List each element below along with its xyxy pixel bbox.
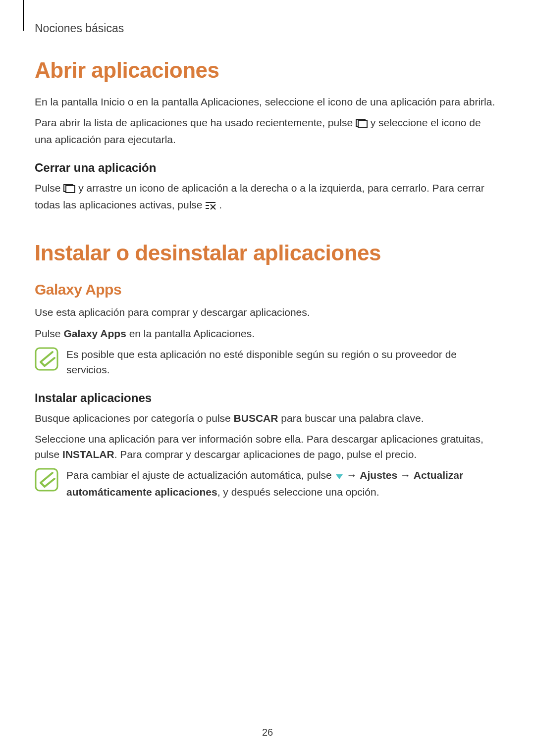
svg-rect-3 bbox=[66, 186, 75, 193]
heading-galaxy-apps: Galaxy Apps bbox=[35, 281, 500, 298]
dropdown-triangle-icon bbox=[335, 469, 344, 484]
bold-text: BUSCAR bbox=[234, 412, 278, 424]
heading-cerrar-aplicacion: Cerrar una aplicación bbox=[35, 161, 500, 175]
text-fragment: . Para comprar y descargar aplicaciones … bbox=[114, 449, 417, 460]
paragraph: Pulse Galaxy Apps en la pantalla Aplicac… bbox=[35, 326, 500, 341]
page-number: 26 bbox=[0, 727, 535, 738]
paragraph: Use esta aplicación para comprar y desca… bbox=[35, 305, 500, 320]
text-fragment: Pulse bbox=[35, 328, 63, 339]
close-all-icon bbox=[205, 199, 216, 214]
text-fragment: Para cambiar el ajuste de actualización … bbox=[66, 469, 335, 481]
bold-text: Galaxy Apps bbox=[63, 328, 126, 339]
note-block: Es posible que esta aplicación no esté d… bbox=[35, 347, 500, 377]
paragraph: Busque aplicaciones por categoría o puls… bbox=[35, 411, 500, 426]
text-fragment: Para abrir la lista de aplicaciones que … bbox=[35, 117, 356, 128]
text-fragment: Busque aplicaciones por categoría o puls… bbox=[35, 412, 234, 424]
text-fragment: . bbox=[219, 199, 222, 210]
text-fragment: , y después seleccione una opción. bbox=[217, 486, 379, 498]
recent-apps-icon bbox=[63, 182, 75, 197]
heading-instalar-desinstalar: Instalar o desinstalar aplicaciones bbox=[35, 241, 500, 265]
text-fragment: para buscar una palabra clave. bbox=[278, 412, 424, 424]
chapter-title: Nociones básicas bbox=[35, 22, 500, 35]
page: Nociones básicas Abrir aplicaciones En l… bbox=[0, 0, 535, 756]
text-fragment: → bbox=[346, 469, 360, 481]
svg-marker-11 bbox=[336, 474, 343, 479]
heading-abrir-aplicaciones: Abrir aplicaciones bbox=[35, 58, 500, 83]
note-icon bbox=[35, 468, 58, 494]
note-text: Es posible que esta aplicación no esté d… bbox=[66, 347, 500, 377]
note-text: Para cambiar el ajuste de actualización … bbox=[66, 468, 500, 500]
text-fragment: Pulse bbox=[35, 182, 63, 194]
bold-text: Ajustes bbox=[360, 469, 397, 481]
spacer bbox=[35, 220, 500, 241]
paragraph: En la pantalla Inicio o en la pantalla A… bbox=[35, 95, 500, 109]
svg-rect-1 bbox=[358, 120, 367, 127]
text-fragment: y arrastre un icono de aplicación a la d… bbox=[35, 182, 484, 210]
text-fragment: → bbox=[397, 469, 414, 481]
header-rule bbox=[23, 0, 24, 31]
paragraph: Pulse y arrastre un icono de aplicación … bbox=[35, 181, 500, 214]
paragraph: Para abrir la lista de aplicaciones que … bbox=[35, 115, 500, 147]
paragraph: Seleccione una aplicación para ver infor… bbox=[35, 432, 500, 462]
note-icon bbox=[35, 347, 58, 373]
recent-apps-icon bbox=[356, 117, 368, 132]
heading-instalar-aplicaciones: Instalar aplicaciones bbox=[35, 391, 500, 405]
text-fragment: en la pantalla Aplicaciones. bbox=[126, 328, 255, 339]
note-block: Para cambiar el ajuste de actualización … bbox=[35, 468, 500, 500]
bold-text: INSTALAR bbox=[62, 449, 114, 460]
